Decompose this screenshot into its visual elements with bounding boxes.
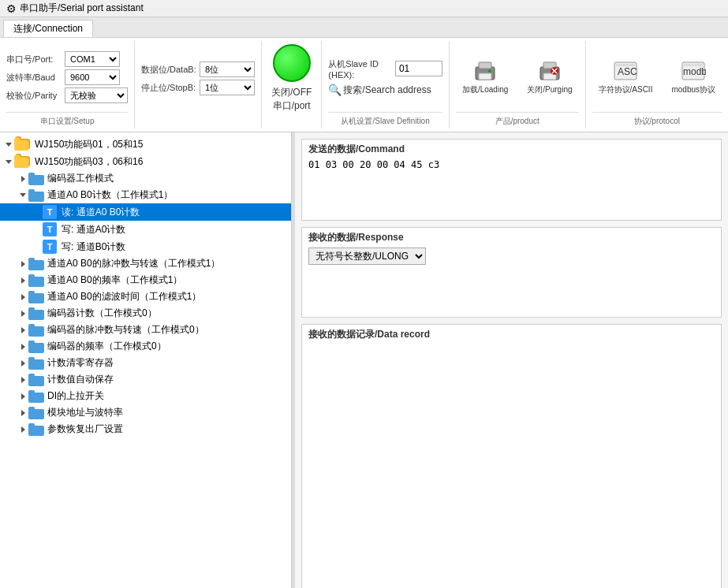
expand-icon-item4[interactable] [17,275,28,286]
tree-label-item9: 计数清零寄存器 [47,356,114,370]
folder-icon-item2 [28,189,44,202]
purge-label: 关闭/Purging [527,84,572,95]
svg-point-3 [488,69,491,73]
tree-item-item3[interactable]: 通道A0 B0的脉冲数与转速（工作模式1） [0,255,291,272]
tree-label-item11: DI的上拉开关 [47,389,104,403]
right-panel: 发送的数据/Command 01 03 00 20 00 04 45 c3 接收… [295,132,728,588]
tree-label-item6: 编码器计数（工作模式0） [47,307,157,320]
command-textarea[interactable]: 01 03 00 20 00 04 45 c3 [308,159,715,214]
stopbits-select[interactable]: 1位 2位 [200,80,255,95]
tree-item-grp2[interactable]: WJ150功能码03，06和16 [0,153,291,170]
baud-label: 波特率/Baud [6,72,62,84]
expand-icon-item12[interactable] [17,408,28,419]
expand-icon-item10[interactable] [17,374,28,385]
svg-text:modbus: modbus [683,66,706,77]
folder-icon-item9 [28,357,44,370]
title-bar: ⚙ 串口助手/Serial port assistant [0,0,728,17]
baud-row: 波特率/Baud 9600 19200 115200 [6,69,128,85]
baud-select[interactable]: 9600 19200 115200 [65,69,120,85]
svg-rect-2 [479,73,491,80]
parity-select[interactable]: 无校验 奇校验 偶校验 [65,87,128,103]
tree-panel: WJ150功能码01，05和15 WJ150功能码03，06和16 编码器工作模… [0,132,292,588]
tab-connection[interactable]: 连接/Connection [3,20,93,37]
tree-item-grp1[interactable]: WJ150功能码01，05和15 [0,136,291,153]
serial-config-group: 串口号/Port: COM1 COM2 COM3 波特率/Baud 9600 1… [0,41,135,128]
folder-icon-item6 [28,307,44,320]
record-title: 接收的数据记录/Data record [308,328,715,341]
modbus-button[interactable]: modbus modbus协议 [665,56,722,99]
response-textarea[interactable] [308,268,715,311]
expand-icon-item3[interactable] [17,259,28,270]
tree-label-item13: 参数恢复出厂设置 [47,422,123,436]
port-select[interactable]: COM1 COM2 COM3 [65,51,120,67]
tree-item-item2a[interactable]: T 读: 通道A0 B0计数 [0,203,291,221]
port-row: 串口号/Port: COM1 COM2 COM3 [6,51,128,67]
expand-icon-item11[interactable] [17,391,28,402]
slave-id-row: 从机Slave ID (HEX): [328,58,442,80]
tree-item-item11[interactable]: DI的上拉开关 [0,388,291,404]
tree-label-grp1: WJ150功能码01，05和15 [35,138,143,151]
command-section: 发送的数据/Command 01 03 00 20 00 04 45 c3 [301,139,722,221]
expand-icon-item9[interactable] [17,358,28,369]
folder-icon-item3 [28,258,44,270]
expand-icon-item5[interactable] [17,292,28,303]
tree-label-item2b: 写: 通道A0计数 [62,223,125,236]
tree-item-item13[interactable]: 参数恢复出厂设置 [0,421,291,437]
app-icon: ⚙ [6,2,17,15]
expand-icon-item2[interactable] [17,190,28,201]
tree-item-item12[interactable]: 模块地址与波特率 [0,404,291,421]
ribbon-tabs: 连接/Connection [0,17,728,38]
expand-icon-grp1[interactable] [3,139,14,150]
tree-item-item2[interactable]: 通道A0 B0计数（工作模式1） [0,187,291,203]
tree-item-item2c[interactable]: T 写: 通道B0计数 [0,238,291,255]
expand-icon-item13[interactable] [17,424,28,435]
expand-icon-item8[interactable] [17,341,28,352]
tree-item-item10[interactable]: 计数值自动保存 [0,371,291,388]
port-toggle-button[interactable] [273,44,311,82]
product-group: 加载/Loading 关闭/Purging 产品/product [450,41,586,128]
expand-icon-item2c [32,241,43,252]
response-type-row: 无符号长整数/ULONG 有符号长整数/LONG 浮点数/FLOAT 十六进制/… [308,247,715,265]
folder-icon-item4 [28,274,44,287]
ascii-button[interactable]: ASCII 字符协议/ASCII [592,56,659,99]
tree-item-item5[interactable]: 通道A0 B0的滤波时间（工作模式1） [0,288,291,305]
expand-icon-item1[interactable] [17,173,28,184]
load-button[interactable]: 加载/Loading [456,56,514,99]
tree-label-item7: 编码器的脉冲数与转速（工作模式0） [47,323,204,337]
databits-select[interactable]: 8位 7位 [200,61,255,77]
purge-button[interactable]: 关闭/Purging [521,56,578,99]
tree-item-item4[interactable]: 通道A0 B0的频率（工作模式1） [0,272,291,288]
tree-item-item1[interactable]: 编码器工作模式 [0,170,291,187]
tree-label-item1: 编码器工作模式 [47,172,114,185]
folder-icon-item1 [28,173,44,185]
folder-icon-item12 [28,407,44,419]
slave-id-input[interactable] [395,61,442,76]
parity-label: 校验位/Parity [6,90,62,102]
expand-icon-item7[interactable] [17,325,28,336]
search-address-button[interactable]: 🔍 搜索/Search address [328,84,442,97]
main-content: WJ150功能码01，05和15 WJ150功能码03，06和16 编码器工作模… [0,132,728,588]
tree-item-item6[interactable]: 编码器计数（工作模式0） [0,305,291,322]
record-section: 接收的数据记录/Data record [301,324,722,588]
folder-icon-item8 [28,341,44,353]
response-title: 接收的数据/Response [308,231,715,244]
folder-icon-item7 [28,324,44,337]
load-icon [472,59,498,84]
record-textarea[interactable] [308,344,715,588]
response-type-select[interactable]: 无符号长整数/ULONG 有符号长整数/LONG 浮点数/FLOAT 十六进制/… [308,247,426,265]
parity-row: 校验位/Parity 无校验 奇校验 偶校验 [6,87,128,103]
expand-icon-item6[interactable] [17,308,28,319]
folder-icon-grp2 [14,154,32,169]
tree-item-item9[interactable]: 计数清零寄存器 [0,355,291,371]
expand-icon-grp2[interactable] [3,156,14,167]
folder-icon-grp1 [14,137,32,151]
tree-item-item8[interactable]: 编码器的频率（工作模式0） [0,338,291,355]
tree-label-grp2: WJ150功能码03，06和16 [35,155,143,169]
port-label: 串口号/Port: [6,54,62,65]
tree-label-item3: 通道A0 B0的脉冲数与转速（工作模式1） [47,257,220,270]
tree-label-item5: 通道A0 B0的滤波时间（工作模式1） [47,290,201,303]
tree-item-item2b[interactable]: T 写: 通道A0计数 [0,221,291,238]
protocol-label: 协议/protocol [592,112,722,127]
tree-item-item7[interactable]: 编码器的脉冲数与转速（工作模式0） [0,322,291,338]
expand-icon-item2a [32,207,43,218]
